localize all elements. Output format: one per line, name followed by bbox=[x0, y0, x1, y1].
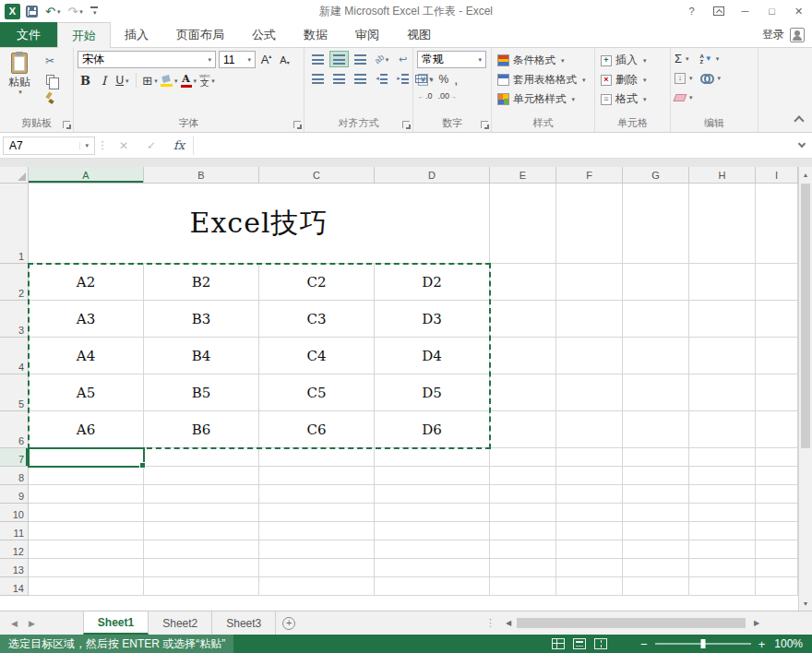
cell[interactable] bbox=[556, 411, 623, 448]
column-header-D[interactable]: D bbox=[375, 167, 490, 184]
fill-button[interactable]: ↓▾ bbox=[675, 70, 693, 86]
cell[interactable] bbox=[259, 559, 375, 577]
cell-D4[interactable]: D4 bbox=[375, 338, 490, 374]
chevron-down-icon[interactable]: ▾ bbox=[689, 75, 693, 81]
align-right-button[interactable] bbox=[351, 70, 370, 87]
cell[interactable] bbox=[490, 577, 556, 596]
cell[interactable] bbox=[259, 485, 375, 504]
cell[interactable] bbox=[623, 559, 689, 577]
cell[interactable] bbox=[756, 264, 798, 301]
font-color-button[interactable]: A▾ bbox=[181, 72, 197, 89]
cell[interactable] bbox=[556, 264, 623, 301]
cell[interactable] bbox=[623, 522, 689, 540]
cell[interactable] bbox=[623, 448, 689, 467]
cell[interactable] bbox=[490, 504, 556, 522]
cell[interactable] bbox=[556, 522, 623, 540]
bold-button[interactable]: B bbox=[78, 72, 93, 89]
copy-button[interactable] bbox=[41, 72, 59, 87]
ribbon-display-options-button[interactable] bbox=[705, 0, 732, 22]
cancel-button[interactable]: ✕ bbox=[110, 139, 137, 152]
conditional-formatting-button[interactable]: 条件格式▾ bbox=[496, 51, 591, 70]
cell-styles-button[interactable]: 单元格样式▾ bbox=[496, 89, 591, 109]
row-header-10[interactable]: 10 bbox=[0, 504, 29, 522]
column-header-E[interactable]: E bbox=[490, 167, 556, 184]
percent-style-button[interactable]: % bbox=[438, 72, 450, 87]
increase-decimal-button[interactable]: .0 bbox=[417, 89, 434, 103]
cell[interactable] bbox=[259, 467, 375, 485]
horizontal-scrollbar[interactable]: ◀ ▶ bbox=[501, 611, 764, 635]
cell[interactable] bbox=[756, 485, 798, 504]
ribbon-tab-formulas[interactable]: 公式 bbox=[238, 22, 290, 47]
cell[interactable] bbox=[623, 338, 689, 374]
cell[interactable] bbox=[375, 577, 490, 596]
normal-view-button[interactable] bbox=[552, 638, 565, 649]
minimize-button[interactable]: ─ bbox=[732, 0, 758, 22]
decrease-font-button[interactable]: A bbox=[277, 52, 293, 68]
cell-B3[interactable]: B3 bbox=[144, 301, 259, 338]
ribbon-tab-home[interactable]: 开始 bbox=[57, 22, 111, 48]
chevron-down-icon[interactable]: ▾ bbox=[205, 56, 211, 64]
cell-C5[interactable]: C5 bbox=[259, 374, 375, 411]
cell[interactable] bbox=[623, 577, 689, 596]
cell[interactable] bbox=[490, 184, 556, 264]
cell-D5[interactable]: D5 bbox=[375, 374, 490, 411]
column-header-G[interactable]: G bbox=[623, 167, 689, 184]
save-button[interactable] bbox=[24, 6, 40, 18]
cell[interactable] bbox=[756, 522, 798, 540]
cell[interactable] bbox=[623, 485, 689, 504]
row-header-4[interactable]: 4 bbox=[0, 338, 29, 374]
cell[interactable] bbox=[556, 485, 623, 504]
cell[interactable] bbox=[259, 504, 375, 522]
cell[interactable] bbox=[375, 448, 490, 467]
cell-A3[interactable]: A3 bbox=[29, 301, 144, 338]
cell[interactable] bbox=[29, 448, 144, 467]
cell[interactable] bbox=[756, 504, 798, 522]
cell[interactable] bbox=[490, 522, 556, 540]
cell[interactable] bbox=[29, 577, 144, 596]
fill-color-button[interactable]: ▾ bbox=[161, 72, 178, 89]
previous-sheet-button[interactable]: ◀ bbox=[11, 619, 18, 628]
formula-input[interactable] bbox=[193, 137, 794, 155]
cell[interactable] bbox=[375, 485, 490, 504]
cell[interactable] bbox=[490, 411, 556, 448]
cell-C6[interactable]: C6 bbox=[259, 411, 375, 448]
chevron-down-icon[interactable]: ▾ bbox=[245, 56, 251, 64]
cell[interactable] bbox=[29, 559, 144, 577]
ribbon-tab-view[interactable]: 视图 bbox=[393, 22, 445, 47]
row-header-3[interactable]: 3 bbox=[0, 301, 29, 338]
increase-font-button[interactable]: A bbox=[258, 52, 274, 68]
cell[interactable] bbox=[490, 467, 556, 485]
cell[interactable] bbox=[29, 504, 144, 522]
cell[interactable] bbox=[689, 301, 756, 338]
cell[interactable] bbox=[556, 467, 623, 485]
cell-B2[interactable]: B2 bbox=[144, 264, 259, 301]
cell[interactable] bbox=[689, 485, 756, 504]
enter-button[interactable]: ✓ bbox=[137, 139, 165, 152]
cell[interactable] bbox=[689, 184, 756, 264]
ribbon-tab-review[interactable]: 审阅 bbox=[341, 22, 393, 47]
row-header-7[interactable]: 7 bbox=[0, 448, 29, 467]
cell-D3[interactable]: D3 bbox=[375, 301, 490, 338]
cell[interactable] bbox=[490, 559, 556, 577]
page-layout-view-button[interactable] bbox=[573, 638, 586, 649]
chevron-down-icon[interactable]: ▾ bbox=[79, 142, 89, 149]
cell-D2[interactable]: D2 bbox=[375, 264, 490, 301]
cell[interactable] bbox=[29, 522, 144, 540]
cell[interactable] bbox=[689, 411, 756, 448]
cell[interactable] bbox=[689, 522, 756, 540]
align-left-button[interactable] bbox=[308, 70, 328, 87]
new-sheet-button[interactable]: + bbox=[276, 611, 302, 635]
vertical-scrollbar[interactable]: ▲ ▼ bbox=[798, 167, 812, 611]
chevron-down-icon[interactable]: ▾ bbox=[430, 77, 434, 83]
column-header-F[interactable]: F bbox=[556, 167, 623, 184]
cell[interactable] bbox=[689, 338, 756, 374]
autosum-button[interactable]: Σ▾ bbox=[675, 51, 693, 66]
cell[interactable] bbox=[29, 540, 144, 559]
cell-B6[interactable]: B6 bbox=[144, 411, 259, 448]
cell[interactable] bbox=[556, 184, 623, 264]
underline-button[interactable]: U▾ bbox=[114, 72, 130, 89]
cell[interactable] bbox=[556, 504, 623, 522]
cell[interactable] bbox=[144, 522, 259, 540]
cell[interactable] bbox=[756, 577, 798, 596]
cell[interactable] bbox=[556, 559, 623, 577]
